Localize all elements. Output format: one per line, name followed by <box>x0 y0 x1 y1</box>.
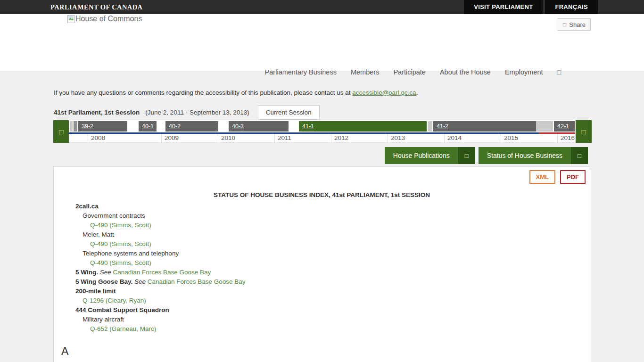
index-text: 200-mile limit <box>75 288 116 295</box>
top-bar: PARLIAMENT OF CANADA VISIT PARLIAMENTFRA… <box>0 0 644 14</box>
chevron-right-icon: □ <box>581 128 586 136</box>
year-label-2010: 2010 <box>221 134 235 141</box>
index-text: ( <box>108 259 112 266</box>
pdf-button[interactable]: PDF <box>560 170 586 184</box>
year-label-2011: 2011 <box>278 134 291 141</box>
session-segment-40-3[interactable]: 40-3 <box>229 121 289 132</box>
index-entry: Q-490 (Simms, Scott) <box>75 258 590 268</box>
year-label-2016: 2016 <box>561 134 575 141</box>
section-letter-a: A <box>61 345 590 358</box>
year-label-2014: 2014 <box>447 134 462 141</box>
format-buttons: XML PDF <box>529 170 586 184</box>
index-text: ) <box>149 259 151 266</box>
publication-toolbar: House Publications □ Status of House Bus… <box>385 147 588 164</box>
session-segment-40-2[interactable]: 40-2 <box>165 121 218 132</box>
index-text: 5 Wing Goose Bay. <box>75 278 132 285</box>
index-link[interactable]: Q-490 <box>90 240 108 247</box>
index-text: 2call.ca <box>75 203 99 210</box>
index-link[interactable]: Canadian Forces Base Goose Bay <box>148 278 246 285</box>
timeline-gap-segment <box>74 121 77 132</box>
nav-item-participate[interactable]: Participate <box>393 68 426 76</box>
session-segment-40-1[interactable]: 40-1 <box>139 121 157 132</box>
session-segment-41-2[interactable]: 41-2 <box>433 121 536 132</box>
index-link[interactable]: Cleary, Ryan <box>107 297 144 304</box>
session-header: 41st Parliament, 1st Session (June 2, 20… <box>54 105 320 120</box>
year-label-2008: 2008 <box>91 134 105 141</box>
session-segment-41-1[interactable]: 41-1 <box>299 121 427 132</box>
session-segment-label: 42-1 <box>554 123 569 130</box>
index-text: See <box>98 269 113 276</box>
year-divider <box>218 134 218 143</box>
year-divider <box>88 134 88 143</box>
site-header: House of Commons □ Share Parliamentary B… <box>0 14 644 71</box>
index-link[interactable]: Garneau, Marc <box>112 325 154 332</box>
year-label-2012: 2012 <box>334 134 348 141</box>
search-icon[interactable]: □ <box>557 68 561 76</box>
year-label-2015: 2015 <box>504 134 518 141</box>
index-text: Meier, Matt <box>83 231 114 238</box>
year-divider <box>331 134 331 143</box>
index-text: See <box>132 278 148 285</box>
year-divider <box>161 134 162 143</box>
index-link[interactable]: Q-1296 <box>83 297 104 304</box>
index-text: Telephone systems and telephony <box>83 250 179 257</box>
session-segment-label: 41-2 <box>433 123 448 130</box>
status-of-house-business-label: Status of House Business <box>479 147 571 164</box>
index-link[interactable]: Canadian Forces Base Goose Bay <box>113 269 211 276</box>
nav-item-about-the-house[interactable]: About the House <box>440 68 491 76</box>
session-segment-label: 41-1 <box>299 123 314 130</box>
index-text: ) <box>154 325 157 332</box>
xml-button[interactable]: XML <box>529 170 555 184</box>
index-text: ) <box>149 222 151 229</box>
logo-alt-text: House of Commons <box>75 15 142 23</box>
house-of-commons-logo[interactable]: House of Commons <box>67 15 142 23</box>
year-label-2009: 2009 <box>165 134 179 141</box>
session-segment-42-1[interactable]: 42-1 <box>554 121 575 132</box>
house-publications-button[interactable]: House Publications □ <box>385 147 475 164</box>
timeline-gap-segment <box>536 121 553 132</box>
index-link[interactable]: Q-490 <box>90 259 108 266</box>
year-label-2013: 2013 <box>391 134 405 141</box>
timeline-years: 200820092010201120122013201420152016 <box>69 134 575 143</box>
broken-image-icon <box>67 15 74 23</box>
year-divider <box>274 134 275 143</box>
topbar-link-fran-ais[interactable]: FRANÇAIS <box>545 0 598 14</box>
current-session-button[interactable]: Current Session <box>258 105 320 120</box>
index-entry: Q-490 (Simms, Scott) <box>75 239 590 249</box>
index-link[interactable]: Simms, Scott <box>112 240 149 247</box>
index-text: 444 Combat Support Squadron <box>75 306 169 313</box>
index-entry: 5 Wing Goose Bay. See Canadian Forces Ba… <box>75 277 590 287</box>
index-entry: Meier, Matt <box>75 230 590 239</box>
index-link[interactable]: Q-490 <box>90 222 108 229</box>
accessible-email-link[interactable]: accessible@parl.gc.ca <box>352 89 416 96</box>
year-divider <box>557 134 558 143</box>
index-link[interactable]: Simms, Scott <box>112 259 149 266</box>
house-publications-label: House Publications <box>385 147 458 164</box>
index-entry: Q-1296 (Cleary, Ryan) <box>75 296 590 305</box>
topbar-link-visit-parliament[interactable]: VISIT PARLIAMENT <box>464 0 543 14</box>
timeline-next-button[interactable]: □ <box>576 120 592 143</box>
parliament-brand[interactable]: PARLIAMENT OF CANADA <box>50 0 142 14</box>
index-text: ) <box>144 297 146 304</box>
index-link[interactable]: Q-652 <box>90 325 108 332</box>
share-button[interactable]: □ Share <box>558 18 591 31</box>
chevron-down-icon: □ <box>458 147 475 164</box>
index-entry: Q-652 (Garneau, Marc) <box>75 324 590 334</box>
index-text: Government contracts <box>83 212 145 219</box>
nav-item-members[interactable]: Members <box>351 68 379 76</box>
status-of-house-business-button[interactable]: Status of House Business □ <box>479 147 588 164</box>
note-text-after: . <box>416 89 418 96</box>
index-entry: 444 Combat Support Squadron <box>75 305 590 315</box>
nav-item-employment[interactable]: Employment <box>505 68 543 76</box>
index-link[interactable]: Simms, Scott <box>112 222 149 229</box>
session-segment-39-2[interactable]: 39-2 <box>78 121 127 132</box>
nav-item-parliamentary-business[interactable]: Parliamentary Business <box>265 68 337 76</box>
index-entry: 5 Wing. See Canadian Forces Base Goose B… <box>75 268 590 277</box>
timeline-previous-button[interactable]: □ <box>53 120 69 143</box>
index-text: ( <box>108 325 112 332</box>
index-entry: Military aircraft <box>75 315 590 324</box>
index-entry: 200-mile limit <box>75 287 590 296</box>
session-timeline: 39-240-140-240-341-141-242-1 20082009201… <box>69 120 575 143</box>
chevron-left-icon: □ <box>59 128 63 136</box>
session-segment-label: 39-2 <box>78 123 93 130</box>
